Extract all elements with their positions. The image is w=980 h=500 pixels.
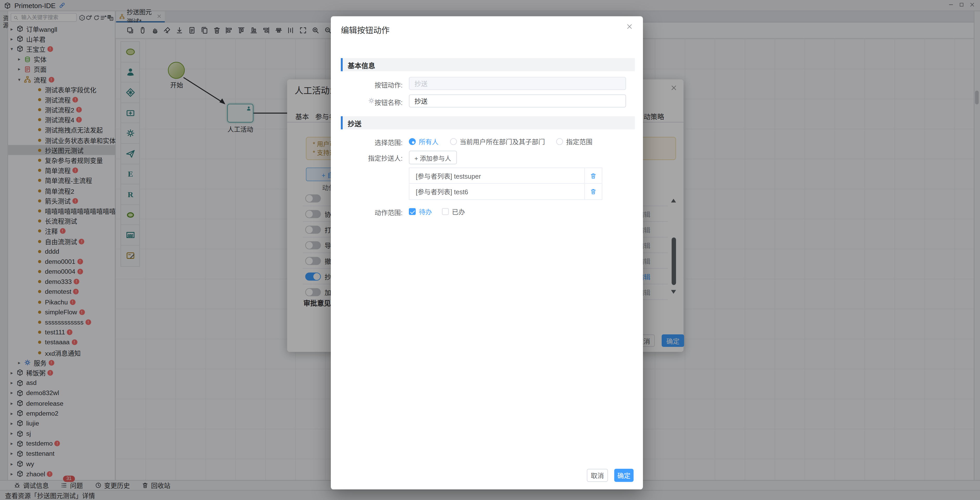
scope-option[interactable]: 指定范围	[556, 137, 592, 146]
button-name-input[interactable]: 抄送	[409, 94, 626, 107]
field-label-scope: 选择范围:	[331, 137, 402, 147]
delete-participant-button[interactable]	[584, 168, 601, 183]
trash-icon	[590, 172, 597, 179]
field-label-action: 按钮动作:	[331, 80, 402, 89]
radio-icon[interactable]	[450, 138, 457, 145]
range-checkbox-group: 待办已办	[409, 207, 465, 216]
checkbox-icon[interactable]	[409, 208, 415, 215]
field-label-assign: 指定抄送人:	[331, 153, 402, 163]
scope-radio-group: 所有人当前用户所在部门及其子部门指定范围	[409, 137, 592, 146]
checkbox-label: 已办	[452, 207, 465, 216]
radio-icon[interactable]	[409, 138, 415, 145]
radio-label: 当前用户所在部门及其子部门	[460, 137, 545, 146]
modal-title: 编辑按钮动作	[341, 24, 389, 36]
modal-ok-button[interactable]: 确定	[614, 469, 633, 482]
app-window: Primeton-IDE 资源 AIEn文 ▸订单wangll▸山羊君▾王宝立!…	[0, 0, 980, 500]
radio-label: 所有人	[419, 137, 439, 146]
scope-option[interactable]: 所有人	[409, 137, 439, 146]
add-participant-button[interactable]: + 添加参与人	[409, 150, 457, 165]
field-label-range: 动作范围:	[331, 208, 402, 217]
checkbox-label: 待办	[419, 207, 432, 216]
participant-name: [参与者列表] testsuper	[409, 171, 584, 180]
delete-participant-button[interactable]	[584, 184, 601, 200]
participant-row: [参与者列表] test6	[409, 184, 601, 200]
section-basic-info: 基本信息	[341, 58, 635, 71]
participant-table: [参与者列表] testsuper[参与者列表] test6	[409, 168, 602, 200]
range-option[interactable]: 待办	[409, 207, 432, 216]
range-option[interactable]: 已办	[442, 207, 465, 216]
scope-option[interactable]: 当前用户所在部门及其子部门	[450, 137, 545, 146]
close-icon[interactable]	[626, 23, 633, 30]
trash-icon	[590, 188, 597, 195]
participant-name: [参与者列表] test6	[409, 187, 584, 196]
radio-label: 指定范围	[566, 137, 592, 146]
edit-button-action-modal: 编辑按钮动作 基本信息 按钮动作: 抄送 按钮名称: 抄送 抄送 选择范围: 所…	[331, 16, 643, 489]
checkbox-icon[interactable]	[442, 208, 449, 215]
button-action-input[interactable]: 抄送	[409, 77, 626, 90]
radio-icon[interactable]	[556, 138, 563, 145]
field-label-name: 按钮名称:	[331, 97, 402, 107]
participant-row: [参与者列表] testsuper	[409, 168, 601, 184]
modal-cancel-button[interactable]: 取消	[587, 469, 608, 482]
section-copy: 抄送	[341, 116, 635, 129]
